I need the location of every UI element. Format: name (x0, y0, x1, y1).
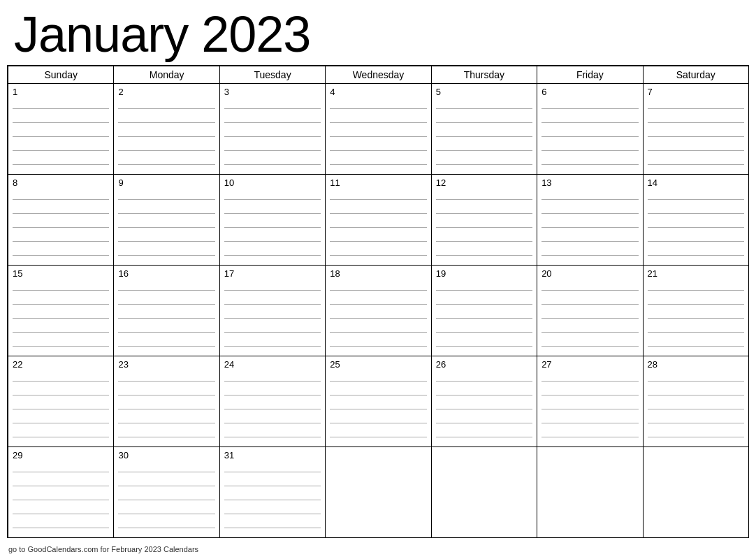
write-line (541, 213, 638, 214)
day-cell-25: 25 (326, 356, 431, 447)
write-line (224, 486, 321, 486)
day-cell-7: 7 (644, 84, 749, 174)
write-line (224, 199, 321, 200)
write-line (224, 528, 321, 528)
write-line (118, 164, 215, 165)
day-number-8: 8 (13, 177, 109, 189)
write-line (436, 437, 532, 437)
day-cell-29: 29 (8, 447, 114, 537)
write-line (648, 227, 744, 228)
write-line (224, 290, 321, 291)
week-row-4: 22232425262728 (8, 356, 749, 447)
write-line (330, 423, 426, 423)
day-number-31: 31 (224, 450, 321, 461)
empty-cell (326, 447, 431, 537)
write-line (13, 437, 109, 437)
write-line (541, 332, 638, 333)
write-line (13, 318, 109, 319)
write-line (13, 409, 109, 409)
write-line (224, 164, 321, 165)
write-line (648, 108, 744, 109)
write-line (13, 395, 109, 395)
write-line (648, 395, 744, 395)
day-cell-5: 5 (432, 84, 537, 174)
write-line (118, 150, 215, 151)
write-line (330, 213, 426, 214)
lines-container (648, 284, 744, 353)
write-line (541, 423, 638, 423)
write-line (224, 241, 321, 242)
write-line (330, 241, 426, 242)
write-line (648, 199, 744, 200)
write-line (330, 136, 426, 137)
write-line (224, 409, 321, 409)
write-line (13, 150, 109, 151)
write-line (224, 227, 321, 228)
write-line (436, 150, 532, 151)
write-line (118, 346, 215, 347)
day-cell-17: 17 (220, 266, 326, 356)
write-line (541, 304, 638, 305)
day-cell-15: 15 (8, 266, 114, 356)
day-number-25: 25 (330, 359, 426, 370)
write-line (541, 241, 638, 242)
day-number-20: 20 (541, 268, 638, 280)
day-cell-31: 31 (220, 447, 326, 537)
write-line (118, 108, 215, 109)
lines-container (13, 375, 109, 444)
write-line (436, 304, 532, 305)
lines-container (541, 193, 638, 262)
write-line (118, 486, 215, 486)
day-number-23: 23 (118, 359, 215, 370)
day-header-thursday: Thursday (432, 66, 537, 83)
write-line (648, 122, 744, 123)
lines-container (13, 465, 109, 535)
write-line (436, 318, 532, 319)
day-number-13: 13 (541, 177, 638, 189)
write-line (224, 423, 321, 423)
write-line (224, 437, 321, 437)
write-line (648, 164, 744, 165)
write-line (118, 472, 215, 472)
footer: go to GoodCalendars.com for February 202… (8, 545, 198, 553)
write-line (436, 136, 532, 137)
day-cell-19: 19 (432, 266, 537, 356)
write-line (13, 472, 109, 472)
write-line (436, 255, 532, 256)
write-line (13, 304, 109, 305)
write-line (118, 122, 215, 123)
write-line (224, 304, 321, 305)
lines-container (648, 102, 744, 171)
day-cell-27: 27 (537, 356, 643, 447)
day-headers: SundayMondayTuesdayWednesdayThursdayFrid… (8, 66, 749, 84)
write-line (330, 437, 426, 437)
write-line (330, 395, 426, 395)
write-line (436, 108, 532, 109)
lines-container (224, 102, 321, 171)
write-line (118, 290, 215, 291)
write-line (436, 423, 532, 423)
day-cell-12: 12 (432, 175, 537, 265)
day-cell-4: 4 (326, 84, 431, 174)
write-line (118, 241, 215, 242)
lines-container (224, 193, 321, 262)
write-line (541, 122, 638, 123)
write-line (648, 304, 744, 305)
write-line (330, 227, 426, 228)
day-number-28: 28 (648, 359, 744, 370)
day-number-7: 7 (648, 87, 744, 98)
lines-container (118, 193, 215, 262)
write-line (13, 514, 109, 514)
lines-container (118, 375, 215, 444)
write-line (541, 108, 638, 109)
write-line (648, 255, 744, 256)
write-line (224, 122, 321, 123)
write-line (13, 213, 109, 214)
lines-container (436, 102, 532, 171)
lines-container (118, 102, 215, 171)
day-header-wednesday: Wednesday (326, 66, 431, 83)
write-line (541, 150, 638, 151)
write-line (541, 290, 638, 291)
write-line (330, 304, 426, 305)
day-cell-11: 11 (326, 175, 431, 265)
